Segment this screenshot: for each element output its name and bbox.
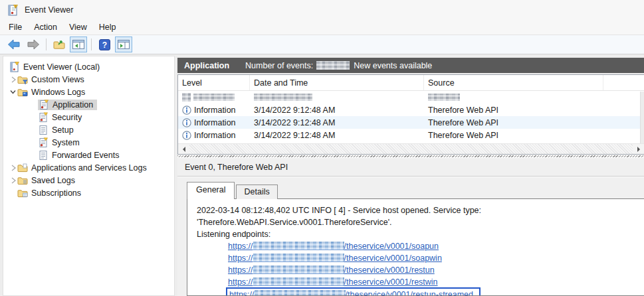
redacted-host [253,242,344,250]
chevron-down-icon[interactable] [9,88,17,96]
tree-item-label: Custom Views [31,75,84,84]
event-datetime: 3/14/2022 9:12:48 AM [250,106,424,115]
log-name: Application [184,61,229,70]
toolbar-separator [91,38,92,50]
information-icon [182,131,191,140]
event-preview-title: Event 0, Therefore Web API [177,158,644,176]
chevron-right-icon[interactable] [9,164,17,172]
endpoint-list: https:///theservice/v0001/soapun https:/… [228,240,641,296]
event-viewer-window: ! Event Viewer File Action View Help [0,0,644,296]
security-log-icon [38,112,49,123]
chevron-right-icon[interactable] [9,177,17,185]
console-tree-icon [72,40,84,49]
preview-tabs: General Details [187,182,644,199]
chevron-right-icon[interactable] [9,76,17,84]
title-bar: ! Event Viewer [0,0,644,20]
event-row-redacted[interactable] [178,91,644,104]
information-icon [182,106,191,115]
event-count-label: Number of events: [245,61,313,70]
event-preview-pane: Event 0, Therefore Web API General Detai… [177,158,644,296]
scroll-right-arrow[interactable] [633,144,644,154]
redacted-host [253,254,344,262]
tree-item-label: Event Viewer (Local) [23,62,100,72]
toggle-console-tree-button[interactable] [70,37,87,52]
redacted-host [253,265,344,274]
tree-item-applications-and-services-logs[interactable]: Applications and Services Logs [3,161,174,174]
tree-item-setup[interactable]: Setup [3,123,174,136]
tree-item-application[interactable]: Application [3,98,174,111]
menu-bar: File Action View Help [0,20,644,35]
saved-logs-folder-icon [17,175,29,186]
scroll-left-arrow[interactable] [178,144,189,154]
tree-item-security[interactable]: Security [3,111,174,123]
event-source: Therefore Web API [424,131,603,140]
main-area: Event Viewer (Local) Custom Views [0,54,644,296]
horizontal-scrollbar[interactable] [178,143,644,154]
tree-item-label: Windows Logs [31,88,85,97]
redacted-datetime [254,94,312,101]
tree-item-subscriptions[interactable]: Subscriptions [3,186,174,199]
forward-icon [27,39,40,50]
menu-view[interactable]: View [63,21,93,33]
services-logs-folder-icon [17,163,29,173]
event-viewer-app-icon: ! [7,5,19,16]
console-tree: Event Viewer (Local) Custom Views [3,56,175,296]
tab-details[interactable]: Details [236,185,277,199]
forwarded-events-log-icon [38,150,49,161]
tree-item-label: Application [53,100,93,110]
endpoint-highlight-box: https:///theservice/v0001/restun-streame… [226,287,481,296]
event-list-header-row: Level Date and Time Source [178,75,644,91]
tree-item-label: Setup [52,125,74,135]
back-icon [7,39,21,50]
endpoint-link-restun-streamed[interactable]: https:///theservice/v0001/restun-streame… [228,288,641,296]
log-line: 2022-03-14 08:12:48,402 UTC INFO [ 4] - … [197,204,641,228]
event-detail-box: 2022-03-14 08:12:48,402 UTC INFO [ 4] - … [187,198,644,296]
svg-text:?: ? [102,40,106,49]
tree-item-event-viewer-local[interactable]: Event Viewer (Local) [3,60,174,73]
toggle-action-pane-button[interactable] [115,37,132,52]
redacted-level-text [193,94,235,101]
event-level: Information [194,131,236,140]
event-row[interactable]: Information 3/14/2022 9:12:48 AM Therefo… [178,129,644,141]
tree-item-label: Subscriptions [31,188,81,198]
window-title: Event Viewer [25,5,73,15]
tree-item-windows-logs[interactable]: Windows Logs [3,86,174,98]
column-header-date-and-time[interactable]: Date and Time [250,75,424,90]
forward-button[interactable] [25,37,42,52]
custom-views-folder-icon [17,74,29,85]
scrollbar-track[interactable] [189,144,633,154]
back-button[interactable] [5,37,23,52]
event-level: Information [194,118,236,127]
event-datetime: 3/14/2022 9:12:48 AM [250,131,424,140]
endpoint-link-soapwin[interactable]: https:///theservice/v0001/soapwin [228,252,641,264]
windows-logs-folder-icon [17,87,29,98]
event-datetime: 3/14/2022 9:12:48 AM [250,118,424,127]
menu-help[interactable]: Help [93,21,122,33]
open-saved-log-button[interactable] [51,37,68,52]
tree-item-forwarded-events[interactable]: Forwarded Events [3,149,174,161]
event-count-redacted [316,61,350,70]
tree-item-system[interactable]: System [3,136,174,149]
vertical-scrollbar[interactable] [640,92,644,143]
tree-item-custom-views[interactable]: Custom Views [3,73,174,86]
endpoint-link-soapun[interactable]: https:///theservice/v0001/soapun [228,240,641,252]
tree-item-saved-logs[interactable]: Saved Logs [3,174,174,186]
toolbar-separator [46,38,47,50]
help-icon: ? [99,39,110,50]
endpoint-link-restun[interactable]: https:///theservice/v0001/restun [228,264,641,276]
tab-general[interactable]: General [187,182,235,199]
column-header-source[interactable]: Source [424,75,603,90]
menu-action[interactable]: Action [28,21,63,33]
event-row[interactable]: Information 3/14/2022 9:12:48 AM Therefo… [178,104,644,116]
listening-endpoints-label: Listening endpoints: [197,228,641,240]
endpoint-link-restwin[interactable]: https:///theservice/v0001/restwin [228,276,641,288]
event-list: Level Date and Time Source [177,74,644,155]
tree-item-label: System [52,138,80,147]
folder-export-icon [53,39,66,50]
redacted-level-icon [182,93,191,102]
event-row[interactable]: Information 3/14/2022 9:12:48 AM Therefo… [178,116,644,129]
menu-file[interactable]: File [3,21,28,33]
redacted-host [253,277,344,286]
help-button[interactable]: ? [96,37,113,52]
column-header-level[interactable]: Level [178,75,250,90]
